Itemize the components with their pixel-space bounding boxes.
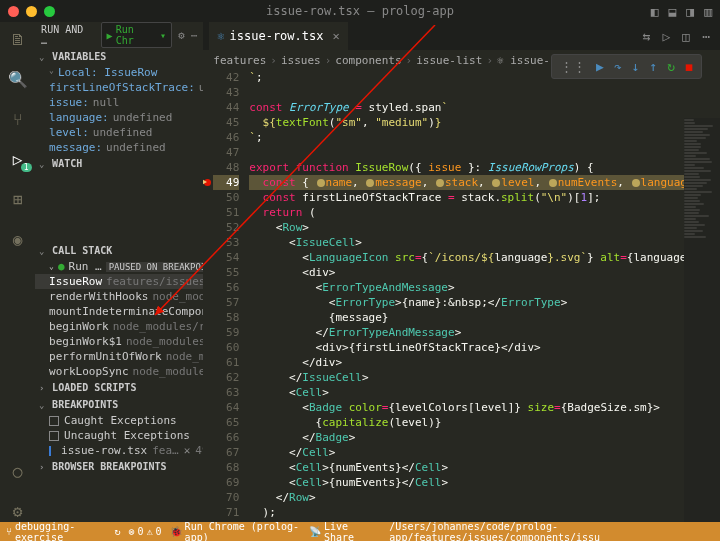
breadcrumb-item[interactable]: issue-list [416, 54, 482, 67]
activity-bar: 🗎 🔍 ⑂ ▷1 ⊞ ◉ ◯ ⚙ [0, 22, 35, 522]
branch-item[interactable]: ⑂ debugging-exercise [6, 521, 106, 542]
start-debug-button[interactable]: ▶ Run Chr ▾ [101, 22, 172, 48]
tab-issue-row[interactable]: ⚛ issue-row.tsx ✕ [209, 22, 347, 50]
more-icon[interactable]: ⋯ [191, 29, 198, 42]
run-debug-icon[interactable]: ▷1 [7, 148, 29, 170]
breadcrumb-item[interactable]: components [335, 54, 401, 67]
debug-toolbar: ⋮⋮ ▶ ↷ ↓ ↑ ↻ ◼ [551, 54, 702, 79]
title-bar: issue-row.tsx — prolog-app ◧ ⬓ ◨ ▥ [0, 0, 720, 22]
browser-breakpoints-section[interactable]: ›BROWSER BREAKPOINTS [35, 458, 203, 475]
loaded-scripts-section[interactable]: ›LOADED SCRIPTS [35, 379, 203, 396]
gear-icon[interactable]: ⚙ [178, 29, 185, 42]
live-share-item[interactable]: 📡 Live Share [309, 521, 373, 542]
compare-icon[interactable]: ⇆ [643, 29, 651, 44]
minimize-window[interactable] [26, 6, 37, 17]
layout-icons: ◧ ⬓ ◨ ▥ [651, 4, 712, 19]
restart-icon[interactable]: ↻ [667, 59, 675, 74]
run-file-icon[interactable]: ▷ [663, 29, 671, 44]
split-editor-icon[interactable]: ◫ [682, 29, 690, 44]
debug-title: RUN AND … [41, 24, 94, 46]
callstack-frame[interactable]: renderWithHooks node_mod… [35, 289, 203, 304]
breadcrumb-item[interactable]: issues [281, 54, 321, 67]
toggle-primary-sidebar-icon[interactable]: ◧ [651, 4, 659, 19]
testing-icon[interactable]: ◉ [7, 228, 29, 250]
callstack-frame[interactable]: beginWork node_modules/r… [35, 319, 203, 334]
remove-bp-icon[interactable]: ✕ [184, 444, 191, 457]
search-icon[interactable]: 🔍 [7, 68, 29, 90]
watch-section[interactable]: ⌄WATCH [35, 155, 203, 172]
file-path-item[interactable]: /Users/johannes/code/prolog-app/features… [389, 521, 714, 542]
run-target-item[interactable]: 🐞 Run Chrome (prolog-app) [170, 521, 301, 542]
callstack-frame[interactable]: workLoopSync node_module… [35, 364, 203, 379]
callstack-section[interactable]: ⌄CALL STACK [35, 242, 203, 259]
step-over-icon[interactable]: ↷ [614, 59, 622, 74]
toggle-secondary-sidebar-icon[interactable]: ◨ [686, 4, 694, 19]
maximize-window[interactable] [44, 6, 55, 17]
callstack-frame[interactable]: mountIndeterminateComponent [35, 304, 203, 319]
callstack-frame[interactable]: beginWork$1 node_modules… [35, 334, 203, 349]
status-bar: ⑂ debugging-exercise ↻ ⊗ 0 ⚠ 0 🐞 Run Chr… [0, 522, 720, 541]
close-tab-icon[interactable]: ✕ [332, 29, 339, 43]
customize-layout-icon[interactable]: ▥ [704, 4, 712, 19]
callstack-frame[interactable]: IssueRow features/issues/co… [35, 274, 203, 289]
tab-bar: ⚛ issue-row.tsx ✕ ⇆ ▷ ◫ ⋯ [203, 22, 720, 50]
continue-icon[interactable]: ▶ [596, 59, 604, 74]
step-out-icon[interactable]: ↑ [650, 59, 658, 74]
accounts-icon[interactable]: ◯ [7, 460, 29, 482]
caught-exceptions-checkbox[interactable]: Caught Exceptions [35, 413, 203, 428]
breakpoint-item[interactable]: issue-row.tsx fea… ✕ 49 [35, 443, 203, 458]
window-controls [8, 6, 55, 17]
breadcrumb-item[interactable]: features [213, 54, 266, 67]
breakpoints-section[interactable]: ⌄BREAKPOINTS [35, 396, 203, 413]
toggle-panel-icon[interactable]: ⬓ [669, 4, 677, 19]
extensions-icon[interactable]: ⊞ [7, 188, 29, 210]
variable-item[interactable]: language: undefined [35, 110, 203, 125]
variables-section[interactable]: ⌄VARIABLES [35, 48, 203, 65]
debug-sidebar: RUN AND … ▶ Run Chr ▾ ⚙ ⋯ ⌄VARIABLES ⌄Lo… [35, 22, 203, 522]
minimap[interactable] [684, 118, 720, 522]
variable-item[interactable]: level: undefined [35, 125, 203, 140]
drag-handle-icon[interactable]: ⋮⋮ [560, 59, 586, 74]
tsx-file-icon: ⚛ [217, 29, 224, 43]
callstack-frame[interactable]: performUnitOfWork node_m… [35, 349, 203, 364]
code-editor[interactable]: 4243444546474849505152535455565758596061… [203, 70, 720, 522]
step-into-icon[interactable]: ↓ [632, 59, 640, 74]
uncaught-exceptions-checkbox[interactable]: Uncaught Exceptions [35, 428, 203, 443]
explorer-icon[interactable]: 🗎 [7, 28, 29, 50]
variable-item[interactable]: firstLineOfStackTrace: undefine [35, 80, 203, 95]
stop-icon[interactable]: ◼ [685, 59, 693, 74]
variable-item[interactable]: message: undefined [35, 140, 203, 155]
variable-item[interactable]: issue: null [35, 95, 203, 110]
more-actions-icon[interactable]: ⋯ [702, 29, 710, 44]
callstack-thread[interactable]: ⌄ ● Run … PAUSED ON BREAKPOINT [35, 259, 203, 274]
variables-scope[interactable]: ⌄Local: IssueRow [35, 65, 203, 80]
tab-label: issue-row.tsx [230, 29, 324, 43]
sync-item[interactable]: ↻ [114, 526, 120, 537]
problems-item[interactable]: ⊗ 0 ⚠ 0 [128, 526, 161, 537]
close-window[interactable] [8, 6, 19, 17]
window-title: issue-row.tsx — prolog-app [266, 4, 454, 18]
source-control-icon[interactable]: ⑂ [7, 108, 29, 130]
settings-icon[interactable]: ⚙ [7, 500, 29, 522]
editor-group: ⚛ issue-row.tsx ✕ ⇆ ▷ ◫ ⋯ features›issue… [203, 22, 720, 522]
